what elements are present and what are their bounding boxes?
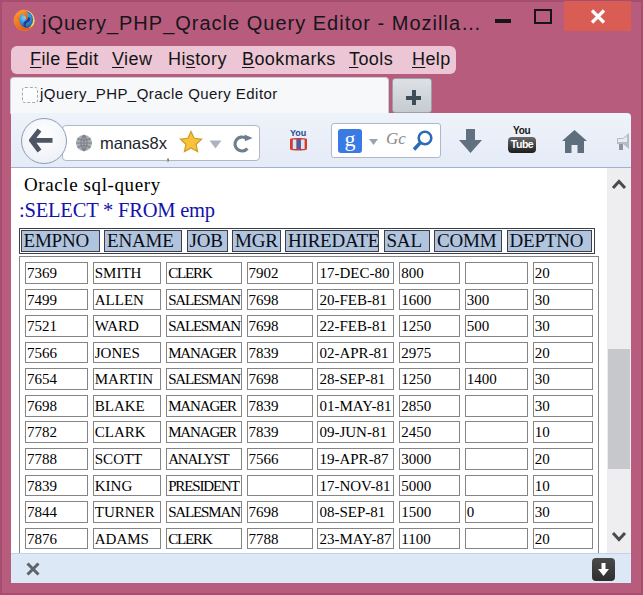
svg-text:You: You (290, 128, 306, 138)
